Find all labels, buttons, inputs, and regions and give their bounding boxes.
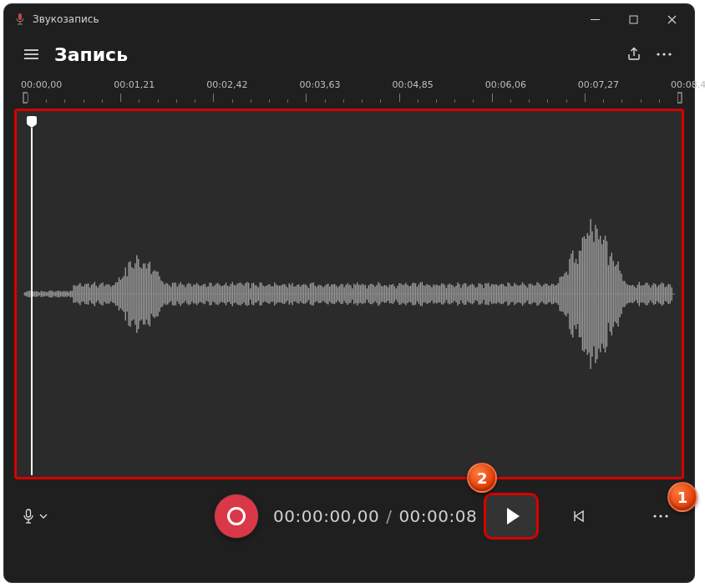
svg-point-10 [657, 53, 659, 55]
total-time: 00:00:08 [398, 506, 477, 526]
app-window: Звукозапись Запись 00:00,0000:01,2100:02… [3, 3, 695, 583]
svg-marker-17 [576, 511, 583, 521]
timeline-label: 00:02,42 [206, 79, 247, 90]
skip-back-button[interactable] [562, 499, 596, 533]
timeline-label: 00:00,00 [21, 79, 62, 90]
record-button[interactable] [215, 494, 258, 538]
record-icon [227, 507, 246, 525]
play-icon [507, 508, 520, 525]
playhead[interactable] [27, 116, 37, 475]
more-button[interactable] [649, 39, 679, 69]
svg-point-12 [668, 53, 671, 55]
current-time: 00:00:00,00 [273, 506, 379, 526]
app-icon-microphone [14, 13, 26, 25]
annotation-badge-2: 2 [467, 463, 497, 493]
svg-point-20 [659, 514, 662, 517]
playhead-line [31, 128, 33, 475]
chevron-down-icon [39, 514, 48, 519]
titlebar: Звукозапись [4, 4, 694, 34]
timeline-label: 00:04,85 [393, 79, 434, 90]
waveform [17, 111, 682, 477]
playhead-marker-icon [27, 116, 37, 128]
play-button[interactable] [484, 493, 539, 540]
svg-rect-14 [27, 509, 31, 517]
time-readout: 00:00:00,00 / 00:00:08 [273, 506, 477, 526]
timeline-label: 00:08,48 [671, 79, 705, 90]
playback-bar: 00:00:00,00 / 00:00:08 2 [4, 479, 694, 553]
timeline-label: 00:07,27 [578, 79, 619, 90]
maximize-button[interactable] [614, 6, 652, 33]
menu-button[interactable] [19, 43, 43, 66]
svg-point-21 [665, 514, 667, 517]
more-playback-button[interactable] [646, 501, 676, 531]
page-title: Запись [54, 44, 128, 65]
header: Запись [4, 34, 694, 74]
svg-rect-4 [630, 16, 637, 23]
waveform-area[interactable] [14, 109, 684, 479]
microphone-selector[interactable] [23, 509, 48, 524]
close-button[interactable] [652, 6, 691, 33]
timeline-label: 00:03,63 [299, 79, 340, 90]
svg-point-11 [662, 53, 665, 55]
svg-rect-0 [18, 13, 22, 20]
time-separator: / [386, 506, 392, 526]
timeline-label: 00:06,06 [485, 79, 526, 90]
share-button[interactable] [619, 39, 649, 69]
minimize-button[interactable] [576, 6, 614, 33]
timeline-ruler[interactable]: 00:00,0000:01,2100:02,4200:03,6300:04,85… [4, 79, 694, 106]
svg-point-19 [653, 514, 656, 517]
app-title: Звукозапись [33, 13, 99, 25]
timeline-label: 00:01,21 [114, 79, 155, 90]
